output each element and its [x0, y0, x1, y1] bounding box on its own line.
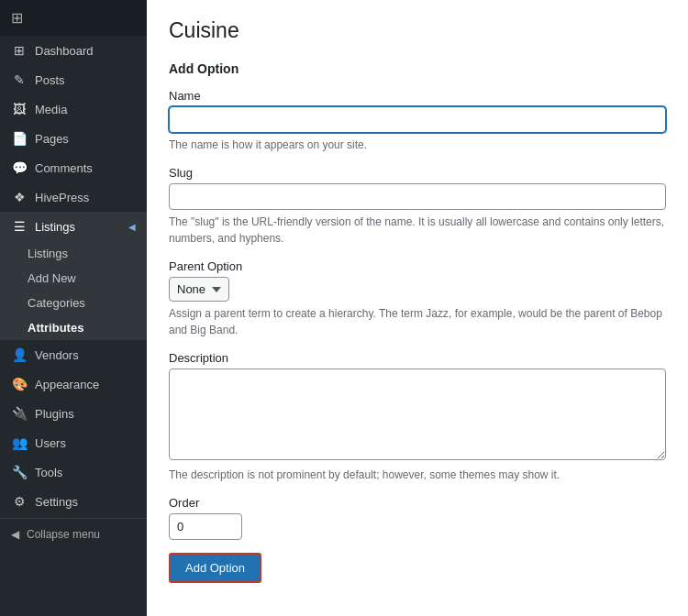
slug-label: Slug	[169, 166, 666, 180]
page-title: Cuisine	[169, 18, 666, 43]
submenu-listings[interactable]: Listings	[0, 241, 147, 266]
media-icon: 🖼	[11, 102, 28, 116]
sidebar-item-label: Vendors	[35, 348, 79, 362]
sidebar-item-media[interactable]: 🖼 Media	[0, 94, 147, 124]
comments-icon: 💬	[11, 160, 28, 175]
description-field: Description The description is not promi…	[169, 351, 666, 483]
sidebar-item-label: Plugins	[35, 407, 74, 421]
tools-icon: 🔧	[11, 465, 28, 479]
name-input[interactable]	[169, 106, 666, 133]
submenu-categories[interactable]: Categories	[0, 291, 147, 315]
order-label: Order	[169, 496, 666, 510]
sidebar-item-listings[interactable]: ☰ Listings ◀	[0, 212, 147, 241]
sidebar-item-label: Media	[35, 103, 67, 116]
slug-input[interactable]	[169, 183, 666, 210]
sidebar-item-label: HivePress	[35, 191, 89, 204]
sidebar-logo: ⊞	[0, 0, 147, 36]
sidebar-item-label: Settings	[35, 495, 78, 509]
sidebar-item-posts[interactable]: ✎ Posts	[0, 65, 147, 94]
order-input[interactable]	[169, 513, 242, 540]
sidebar-item-users[interactable]: 👥 Users	[0, 428, 147, 457]
sidebar: ⊞ ⊞ Dashboard ✎ Posts 🖼 Media 📄 Pages 💬 …	[0, 0, 147, 616]
parent-option-hint: Assign a parent term to create a hierarc…	[169, 305, 666, 338]
sidebar-item-label: Dashboard	[35, 44, 94, 58]
collapse-icon: ◀	[11, 528, 19, 541]
description-textarea[interactable]	[169, 368, 666, 460]
listings-arrow: ◀	[128, 222, 136, 232]
name-field: Name The name is how it appears on your …	[169, 89, 666, 153]
sidebar-item-label: Pages	[35, 132, 69, 146]
pages-icon: 📄	[11, 131, 28, 146]
plugins-icon: 🔌	[11, 406, 28, 421]
users-icon: 👥	[11, 435, 28, 450]
sidebar-item-label: Listings	[35, 220, 75, 234]
posts-icon: ✎	[11, 72, 28, 87]
parent-option-select[interactable]: None	[169, 277, 229, 302]
listings-submenu: Listings Add New Categories Attributes	[0, 241, 147, 340]
name-label: Name	[169, 89, 666, 103]
sidebar-item-settings[interactable]: ⚙ Settings	[0, 487, 147, 516]
sidebar-item-tools[interactable]: 🔧 Tools	[0, 457, 147, 487]
listings-icon: ☰	[11, 219, 28, 234]
submenu-attributes[interactable]: Attributes	[0, 315, 147, 340]
slug-field: Slug The "slug" is the URL-friendly vers…	[169, 166, 666, 247]
collapse-menu-button[interactable]: ◀ Collapse menu	[0, 521, 147, 548]
sidebar-item-comments[interactable]: 💬 Comments	[0, 153, 147, 182]
description-hint: The description is not prominent by defa…	[169, 467, 666, 483]
order-field: Order	[169, 496, 666, 540]
settings-icon: ⚙	[11, 494, 28, 509]
sidebar-item-appearance[interactable]: 🎨 Appearance	[0, 369, 147, 399]
sidebar-item-hivepress[interactable]: ❖ HivePress	[0, 182, 147, 212]
name-hint: The name is how it appears on your site.	[169, 137, 666, 153]
wp-logo-icon: ⊞	[11, 9, 23, 27]
main-inner: Cuisine Add Option Name The name is how …	[147, 0, 688, 616]
form-section-title: Add Option	[169, 61, 666, 76]
sidebar-item-pages[interactable]: 📄 Pages	[0, 124, 147, 153]
vendors-icon: 👤	[11, 347, 28, 362]
sidebar-item-label: Comments	[35, 161, 93, 175]
description-label: Description	[169, 351, 666, 365]
main-content: Cuisine Add Option Name The name is how …	[147, 0, 688, 616]
sidebar-item-plugins[interactable]: 🔌 Plugins	[0, 399, 147, 428]
submenu-add-new[interactable]: Add New	[0, 266, 147, 291]
sidebar-divider	[0, 518, 147, 519]
sidebar-item-label: Appearance	[35, 378, 99, 391]
sidebar-item-label: Users	[35, 436, 66, 450]
parent-option-field: Parent Option None Assign a parent term …	[169, 259, 666, 338]
slug-hint: The "slug" is the URL-friendly version o…	[169, 214, 666, 247]
add-option-button[interactable]: Add Option	[169, 553, 261, 583]
parent-option-label: Parent Option	[169, 259, 666, 273]
sidebar-item-vendors[interactable]: 👤 Vendors	[0, 340, 147, 369]
dashboard-icon: ⊞	[11, 43, 28, 58]
sidebar-item-label: Posts	[35, 73, 65, 87]
appearance-icon: 🎨	[11, 377, 28, 391]
collapse-label: Collapse menu	[27, 528, 100, 541]
sidebar-item-dashboard[interactable]: ⊞ Dashboard	[0, 36, 147, 65]
sidebar-item-label: Tools	[35, 466, 62, 479]
hivepress-icon: ❖	[11, 190, 28, 204]
